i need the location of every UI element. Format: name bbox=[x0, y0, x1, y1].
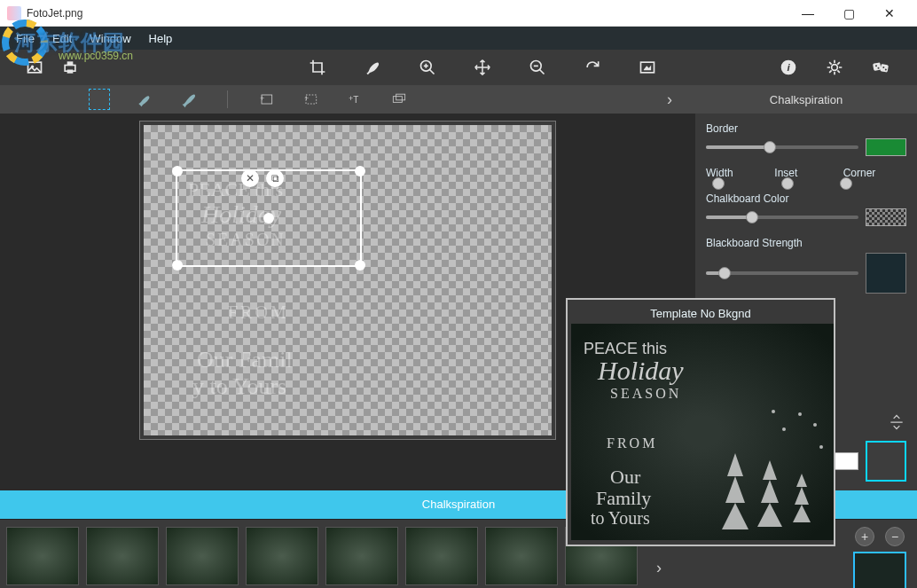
zoom-out-icon[interactable] bbox=[528, 58, 547, 77]
duplicate-selection-icon[interactable]: ⧉ bbox=[266, 169, 284, 187]
template-preview-popup: Template No Bkgnd PEACE this Holiday SEA… bbox=[566, 298, 835, 546]
popup-text-4: FROM bbox=[607, 435, 657, 451]
svg-rect-15 bbox=[880, 64, 889, 73]
svg-point-34 bbox=[772, 410, 775, 413]
selected-thumb[interactable] bbox=[853, 552, 906, 588]
remove-thumb-button[interactable]: − bbox=[885, 527, 905, 546]
info-icon[interactable]: i bbox=[779, 58, 798, 77]
border-control: Border bbox=[706, 122, 906, 156]
blackboard-strength-slider[interactable] bbox=[706, 271, 858, 275]
canvas-text-4: FROM bbox=[228, 302, 289, 323]
panel-title: Chalkspiration bbox=[695, 93, 917, 106]
border-color-swatch[interactable] bbox=[866, 138, 906, 156]
grain-preview[interactable] bbox=[866, 441, 906, 482]
thumb-item[interactable]: Flourish 05 bbox=[5, 527, 80, 588]
add-effect-icon[interactable]: + bbox=[301, 90, 320, 109]
popup-text-7: to Yours bbox=[591, 508, 650, 529]
svg-text:T: T bbox=[353, 95, 358, 105]
corner-label: Corner bbox=[843, 167, 906, 179]
canvas[interactable]: PEACE this Holiday SEASON FROM Our Famil… bbox=[144, 125, 552, 435]
minimize-button[interactable]: — bbox=[788, 0, 828, 27]
svg-point-32 bbox=[798, 412, 802, 416]
svg-point-17 bbox=[878, 67, 880, 69]
svg-rect-26 bbox=[393, 97, 402, 103]
chalk-color-control: Chalkboard Color bbox=[706, 192, 906, 226]
svg-text:+: + bbox=[260, 94, 264, 103]
sub-toolbar: + + T+ › Chalkspiration bbox=[0, 85, 917, 114]
thumb-item[interactable]: Template 03 bbox=[245, 527, 319, 588]
random-icon[interactable] bbox=[871, 58, 890, 77]
handle-sw[interactable] bbox=[172, 260, 183, 270]
crop-icon[interactable] bbox=[308, 58, 327, 77]
layers-icon[interactable] bbox=[389, 90, 409, 109]
chalk-color-slider[interactable] bbox=[706, 216, 858, 219]
redo-icon[interactable] bbox=[583, 58, 602, 77]
border-slider[interactable] bbox=[706, 145, 858, 149]
blackboard-strength-control: Blackboard Strength bbox=[706, 237, 906, 294]
svg-point-31 bbox=[813, 423, 817, 427]
close-button[interactable]: ✕ bbox=[869, 0, 910, 27]
delete-selection-icon[interactable]: ✕ bbox=[241, 169, 259, 187]
popup-text-3: SEASON bbox=[610, 386, 681, 402]
chalk-color-swatch[interactable] bbox=[866, 208, 906, 226]
svg-marker-28 bbox=[793, 474, 811, 522]
size-controls: Width Inset Corner bbox=[706, 167, 906, 182]
thumb-item[interactable]: Template 02 bbox=[165, 527, 239, 588]
thumb-item[interactable]: Template 01 bbox=[85, 527, 160, 588]
align-center-icon[interactable] bbox=[887, 412, 906, 432]
window-title: FotoJet.png bbox=[27, 7, 788, 20]
menu-help[interactable]: Help bbox=[140, 29, 182, 48]
handle-ne[interactable] bbox=[355, 166, 365, 176]
thumb-item[interactable]: Template 04 bbox=[325, 527, 399, 588]
separator bbox=[227, 90, 228, 108]
svg-point-18 bbox=[882, 67, 884, 68]
popup-preview: PEACE this Holiday SEASON FROM Our Famil… bbox=[571, 324, 834, 540]
canvas-text-6: y to Yours bbox=[192, 373, 286, 400]
svg-point-33 bbox=[782, 427, 786, 431]
handle-se[interactable] bbox=[355, 260, 365, 270]
title-bar: FotoJet.png — ▢ ✕ bbox=[0, 0, 917, 27]
trees-icon bbox=[695, 398, 828, 531]
svg-rect-27 bbox=[396, 94, 405, 100]
gear-icon[interactable] bbox=[825, 58, 844, 77]
add-text-icon[interactable]: T+ bbox=[345, 90, 364, 109]
svg-marker-10 bbox=[644, 66, 651, 71]
selection-box[interactable]: ✕ ⧉ bbox=[176, 169, 362, 267]
smudge-small-icon[interactable] bbox=[135, 90, 154, 109]
popup-text-5: Our bbox=[610, 466, 640, 489]
main-toolbar: i bbox=[0, 50, 917, 85]
svg-point-13 bbox=[832, 65, 838, 71]
svg-point-16 bbox=[875, 65, 877, 67]
canvas-frame: PEACE this Holiday SEASON FROM Our Famil… bbox=[139, 121, 556, 440]
zoom-in-icon[interactable] bbox=[418, 58, 437, 77]
move-icon[interactable] bbox=[473, 58, 492, 77]
svg-point-35 bbox=[819, 445, 823, 449]
thumb-item[interactable]: Template 06 bbox=[484, 527, 559, 588]
strip-right-controls: + − TemplateNo Bkgnd bbox=[853, 527, 912, 588]
menu-bar: File Edit Window Help bbox=[0, 27, 917, 50]
watermark-url: www.pc0359.cn bbox=[59, 50, 133, 62]
handle-center[interactable] bbox=[263, 213, 274, 223]
smudge-large-icon[interactable] bbox=[179, 90, 199, 109]
svg-marker-30 bbox=[722, 453, 748, 529]
thumb-item[interactable]: Template 05 bbox=[404, 527, 479, 588]
add-image-icon[interactable]: + bbox=[256, 90, 276, 109]
add-thumb-button[interactable]: + bbox=[855, 527, 874, 546]
frame-icon[interactable] bbox=[638, 58, 657, 77]
svg-text:+: + bbox=[349, 94, 353, 103]
svg-point-19 bbox=[885, 69, 887, 71]
svg-rect-14 bbox=[873, 62, 882, 71]
brush-icon[interactable] bbox=[363, 58, 382, 77]
strip-chevron-right-icon[interactable]: › bbox=[644, 559, 674, 577]
border-label: Border bbox=[706, 122, 906, 135]
chevron-right-icon[interactable]: › bbox=[654, 90, 685, 109]
chalk-color-label: Chalkboard Color bbox=[706, 192, 906, 205]
blackboard-strength-label: Blackboard Strength bbox=[706, 237, 906, 249]
blackboard-preview[interactable] bbox=[866, 253, 906, 294]
canvas-text-5: Our Famil bbox=[197, 347, 293, 373]
handle-nw[interactable] bbox=[172, 166, 183, 176]
popup-title: Template No Bkgnd bbox=[571, 303, 830, 324]
maximize-button[interactable]: ▢ bbox=[828, 0, 869, 27]
select-icon[interactable] bbox=[89, 89, 110, 110]
svg-marker-29 bbox=[757, 460, 782, 527]
